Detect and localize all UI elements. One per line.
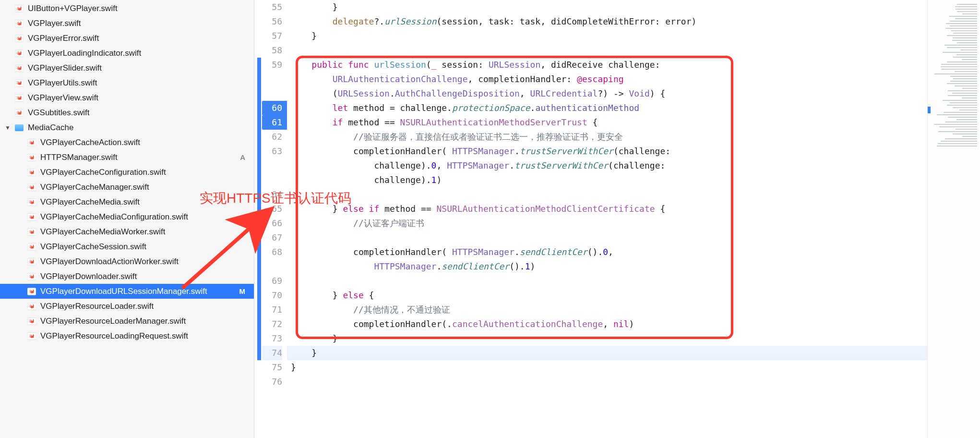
code-line[interactable]: completionHandler(.cancelAuthenticationC… [287, 317, 927, 331]
change-gutter [254, 0, 262, 438]
code-line[interactable]: public func urlSession(_ session: URLSes… [287, 58, 927, 72]
code-line[interactable]: challenge).1) [287, 173, 927, 187]
minimap-line [941, 69, 977, 70]
file-row[interactable]: VGPlayerLoadingIndicator.swift [0, 46, 254, 61]
swift-file-icon [14, 34, 24, 43]
line-number[interactable]: 71 [262, 303, 282, 317]
file-row[interactable]: VGPlayerCacheAction.swift [0, 135, 254, 150]
code-line[interactable]: } [287, 360, 927, 375]
line-number[interactable]: 74 [262, 346, 282, 360]
code-line[interactable]: } [287, 346, 927, 360]
minimap-line [947, 83, 977, 84]
line-number[interactable]: 60 [262, 101, 287, 115]
minimap-line [953, 78, 977, 79]
file-row[interactable]: VGPlayerError.swift [0, 31, 254, 46]
code-line[interactable]: (URLSession.AuthChallengeDisposition, UR… [287, 86, 927, 101]
file-name-label: VGPlayerLoadingIndicator.swift [28, 49, 141, 58]
file-row[interactable]: VGPlayerResourceLoader.swift [0, 299, 254, 314]
folder-row[interactable]: ▼MediaCache [0, 120, 254, 135]
minimap-line [934, 124, 977, 125]
line-number[interactable] [262, 72, 282, 86]
file-name-label: VGPlayerResourceLoader.swift [40, 302, 154, 311]
minimap[interactable] [927, 0, 980, 438]
file-row[interactable]: VGPlayerDownloader.swift [0, 269, 254, 284]
minimap-line [938, 131, 977, 132]
line-number[interactable]: 66 [262, 216, 282, 231]
line-number[interactable]: 68 [262, 245, 282, 259]
code-line[interactable]: let method = challenge.protectionSpace.a… [287, 101, 927, 115]
code-area[interactable]: } delegate?.urlSession(session, task: ta… [287, 0, 927, 438]
swift-file-icon [14, 108, 24, 118]
swift-file-icon [27, 242, 36, 252]
swift-file-icon [14, 49, 24, 58]
code-line[interactable]: } else { [287, 288, 927, 303]
line-number[interactable]: 67 [262, 231, 282, 245]
file-row[interactable]: VGPlayerDownloadActionWorker.swift [0, 254, 254, 269]
code-line[interactable]: } [287, 331, 927, 346]
code-line[interactable] [287, 375, 927, 389]
minimap-line [962, 13, 977, 14]
file-row[interactable]: VGPlayerCacheConfiguration.swift [0, 165, 254, 180]
file-row[interactable]: HTTPSManager.swiftA [0, 150, 254, 165]
code-line[interactable]: challenge).0, HTTPSManager.trustServerWi… [287, 158, 927, 173]
code-line[interactable] [287, 231, 927, 245]
file-row[interactable]: VGPlayer.swift [0, 16, 254, 31]
line-number[interactable]: 72 [262, 317, 282, 331]
code-line[interactable]: } else if method == NSURLAuthenticationM… [287, 202, 927, 216]
line-number[interactable]: 56 [262, 14, 282, 29]
file-row[interactable]: VGPlayerUtils.swift [0, 75, 254, 90]
file-row[interactable]: VGPlayerDownloadURLSessionManager.swiftM [0, 284, 254, 299]
file-row[interactable]: VGPlayerCacheMediaConfiguration.swift [0, 209, 254, 224]
minimap-line [944, 112, 977, 113]
code-line[interactable]: } [287, 29, 927, 43]
code-line[interactable] [287, 187, 927, 202]
file-row[interactable]: VGPlayerResourceLoadingRequest.swift [0, 328, 254, 343]
line-number[interactable]: 58 [262, 43, 282, 58]
line-number[interactable] [262, 86, 282, 101]
code-line[interactable]: } [287, 0, 927, 14]
annotation-text: 实现HTTPS证书认证代码 [200, 189, 351, 207]
code-line[interactable] [287, 43, 927, 58]
line-number[interactable]: 59 [262, 58, 282, 72]
line-number[interactable]: 69 [262, 274, 282, 288]
line-number[interactable]: 57 [262, 29, 282, 43]
code-line[interactable]: completionHandler( HTTPSManager.sendClie… [287, 245, 927, 259]
line-number[interactable] [262, 259, 282, 274]
code-editor[interactable]: 5556575859606162636465666768697071727374… [254, 0, 980, 438]
code-line[interactable]: if method == NSURLAuthenticationMethodSe… [287, 115, 927, 130]
line-number[interactable]: 61 [262, 115, 287, 130]
file-row[interactable]: VGPlayerCacheSession.swift [0, 239, 254, 254]
code-line[interactable]: URLAuthenticationChallenge, completionHa… [287, 72, 927, 86]
line-number[interactable] [262, 158, 282, 173]
code-line[interactable]: delegate?.urlSession(session, task: task… [287, 14, 927, 29]
line-number[interactable]: 75 [262, 360, 282, 375]
code-line[interactable]: HTTPSManager.sendClientCer().1) [287, 259, 927, 274]
file-navigator[interactable]: UIButton+VGPlayer.swiftVGPlayer.swiftVGP… [0, 0, 254, 438]
swift-file-icon [27, 138, 36, 147]
code-line[interactable] [287, 274, 927, 288]
line-number[interactable]: 62 [262, 130, 282, 144]
line-number[interactable]: 76 [262, 375, 282, 389]
swift-file-icon [14, 4, 24, 13]
minimap-line [945, 122, 977, 122]
file-row[interactable]: VGPlayerResourceLoaderManager.swift [0, 314, 254, 328]
disclosure-triangle-icon[interactable]: ▼ [5, 124, 11, 131]
minimap-line [957, 4, 977, 5]
code-line[interactable]: //其他情况，不通过验证 [287, 303, 927, 317]
line-number[interactable]: 63 [262, 144, 282, 158]
code-line[interactable]: //验证服务器，直接信任或者验证证书二选一，推荐验证证书，更安全 [287, 130, 927, 144]
line-number[interactable] [262, 173, 282, 187]
minimap-line [945, 138, 977, 139]
file-row[interactable]: VGSubtitles.swift [0, 105, 254, 120]
file-row[interactable]: VGPlayerSlider.swift [0, 61, 254, 75]
code-line[interactable]: //认证客户端证书 [287, 216, 927, 231]
file-row[interactable]: UIButton+VGPlayer.swift [0, 1, 254, 16]
code-line[interactable]: completionHandler( HTTPSManager.trustSer… [287, 144, 927, 158]
file-row[interactable]: VGPlayerView.swift [0, 90, 254, 105]
file-row[interactable]: VGPlayerCacheMediaWorker.swift [0, 224, 254, 239]
line-number[interactable]: 55 [262, 0, 282, 14]
minimap-line [941, 66, 977, 67]
line-number[interactable]: 73 [262, 331, 282, 346]
line-number[interactable]: 70 [262, 288, 282, 303]
minimap-line [956, 119, 977, 120]
